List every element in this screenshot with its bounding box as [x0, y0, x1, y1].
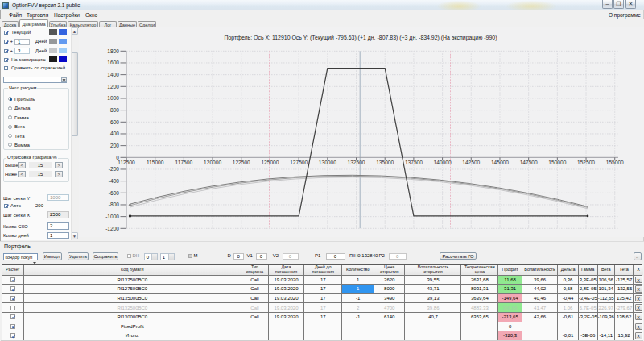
svg-text:137500: 137500 — [405, 160, 423, 165]
svg-text:140000: 140000 — [434, 160, 452, 165]
svg-text:120000: 120000 — [204, 160, 221, 165]
svg-text:122500: 122500 — [233, 160, 250, 165]
svg-text:125000: 125000 — [261, 160, 279, 165]
svg-text:600: 600 — [110, 119, 119, 125]
svg-text:155000: 155000 — [606, 160, 624, 165]
svg-text:127500: 127500 — [290, 160, 308, 165]
svg-text:1400: 1400 — [107, 72, 119, 77]
svg-text:Портфель: Ось X: 112910 Ось Y:: Портфель: Ось X: 112910 Ось Y: (Текущий … — [225, 35, 497, 41]
svg-text:1600: 1600 — [107, 60, 119, 65]
svg-text:150000: 150000 — [548, 160, 566, 165]
svg-text:-1200: -1200 — [105, 226, 119, 231]
svg-text:130000: 130000 — [319, 160, 336, 165]
svg-text:800: 800 — [110, 107, 119, 113]
svg-text:132500: 132500 — [348, 160, 365, 165]
svg-text:200: 200 — [110, 143, 119, 148]
svg-text:-400: -400 — [109, 178, 120, 184]
svg-text:145000: 145000 — [491, 160, 509, 165]
svg-text:112500: 112500 — [118, 160, 135, 165]
svg-text:-200: -200 — [109, 166, 120, 172]
svg-text:135000: 135000 — [376, 160, 394, 165]
svg-text:147500: 147500 — [520, 160, 538, 165]
svg-text:117500: 117500 — [175, 160, 193, 165]
svg-text:400: 400 — [110, 131, 119, 136]
svg-text:1800: 1800 — [107, 48, 119, 54]
svg-text:115000: 115000 — [147, 160, 164, 165]
svg-text:-800: -800 — [109, 202, 120, 207]
svg-text:1000: 1000 — [107, 95, 119, 101]
svg-text:-1000: -1000 — [105, 214, 119, 219]
svg-text:152500: 152500 — [577, 160, 595, 165]
svg-text:142500: 142500 — [462, 160, 480, 165]
svg-text:1200: 1200 — [107, 84, 119, 89]
svg-text:-600: -600 — [109, 190, 120, 196]
